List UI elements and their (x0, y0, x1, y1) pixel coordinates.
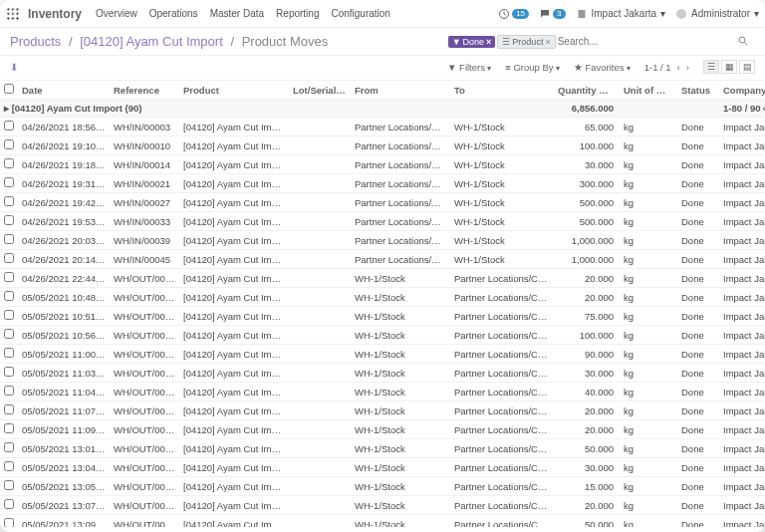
table-scroll[interactable]: Date Reference Product Lot/Serial Number… (0, 81, 765, 527)
table-row[interactable]: 04/26/2021 20:03:13WH/IN/00039[04120] Ay… (0, 231, 765, 250)
row-checkbox[interactable] (4, 196, 14, 206)
col-reference[interactable]: Reference (110, 81, 179, 100)
caret-down-icon: ▾ (660, 8, 665, 19)
control-panel: Products / [04120] Ayam Cut Import / Pro… (0, 28, 765, 56)
col-status[interactable]: Status (677, 81, 719, 100)
row-checkbox[interactable] (4, 499, 14, 509)
row-checkbox[interactable] (4, 480, 14, 490)
menu-operations[interactable]: Operations (149, 8, 198, 19)
apps-icon[interactable] (6, 7, 20, 21)
table-row[interactable]: 04/26/2021 19:10:56WH/IN/00010[04120] Ay… (0, 136, 765, 155)
table-row[interactable]: 05/05/2021 11:00:39WH/OUT/00009[04120] A… (0, 345, 765, 364)
breadcrumb-item[interactable]: [04120] Ayam Cut Import (80, 34, 223, 49)
row-checkbox[interactable] (4, 272, 14, 282)
pager-label[interactable]: 1-1 / 1 (644, 62, 671, 73)
table-row[interactable]: 04/26/2021 19:53:10WH/IN/00033[04120] Ay… (0, 212, 765, 231)
row-checkbox[interactable] (4, 310, 14, 320)
search-input[interactable] (558, 36, 618, 47)
row-checkbox[interactable] (4, 442, 14, 452)
top-menubar: Inventory Overview Operations Master Dat… (0, 0, 765, 28)
table-row[interactable]: 04/26/2021 18:56:52WH/IN/00003[04120] Ay… (0, 118, 765, 136)
export-icon[interactable]: ⬇ (10, 62, 18, 73)
col-product[interactable]: Product (179, 81, 289, 100)
main-menu: Overview Operations Master Data Reportin… (96, 8, 390, 19)
svg-point-3 (739, 37, 745, 43)
table-row[interactable]: 04/26/2021 19:18:36WH/IN/00014[04120] Ay… (0, 155, 765, 174)
col-qty[interactable]: Quantity Done (554, 81, 620, 100)
row-checkbox[interactable] (4, 215, 14, 225)
menu-overview[interactable]: Overview (96, 8, 137, 19)
menu-reporting[interactable]: Reporting (276, 8, 319, 19)
col-uom[interactable]: Unit of Measure (620, 81, 677, 100)
table-row[interactable]: 05/05/2021 11:09:17WH/OUT/00006[04120] A… (0, 420, 765, 439)
row-checkbox[interactable] (4, 348, 14, 358)
list-view-button[interactable]: ☰ (703, 60, 719, 74)
view-switcher: ☰ ▦ ▤ (703, 60, 755, 74)
caret-down-icon: ▾ (754, 8, 759, 19)
row-checkbox[interactable] (4, 234, 14, 244)
row-checkbox[interactable] (4, 177, 14, 187)
messages-button[interactable]: 3 (539, 8, 565, 20)
table-row[interactable]: 05/05/2021 13:04:25WH/OUT/00014[04120] A… (0, 458, 765, 477)
group-row[interactable]: ▸ [04120] Ayam Cut Import (90)6,856.0001… (0, 100, 765, 118)
row-checkbox[interactable] (4, 404, 14, 414)
col-company[interactable]: Company (719, 81, 765, 100)
activities-badge: 15 (512, 9, 529, 19)
row-checkbox[interactable] (4, 518, 14, 527)
pager-prev-icon[interactable]: ‹ (677, 62, 680, 73)
table-row[interactable]: 05/05/2021 10:51:40WH/OUT/00007[04120] A… (0, 307, 765, 326)
table-row[interactable]: 04/26/2021 22:44:42WH/OUT/00002[04120] A… (0, 269, 765, 288)
svg-rect-1 (578, 10, 585, 18)
search-icon[interactable] (737, 35, 755, 49)
menu-configuration[interactable]: Configuration (331, 8, 389, 19)
remove-tag-icon[interactable]: × (545, 37, 550, 47)
row-checkbox[interactable] (4, 121, 14, 131)
col-to[interactable]: To (450, 81, 554, 100)
remove-tag-icon[interactable]: × (486, 37, 491, 47)
table-row[interactable]: 05/05/2021 11:07:55WH/OUT/00005[04120] A… (0, 401, 765, 420)
row-checkbox[interactable] (4, 461, 14, 471)
row-checkbox[interactable] (4, 386, 14, 396)
row-checkbox[interactable] (4, 367, 14, 377)
row-checkbox[interactable] (4, 253, 14, 263)
col-from[interactable]: From (351, 81, 450, 100)
clock-icon (498, 8, 510, 20)
row-checkbox[interactable] (4, 291, 14, 301)
table-row[interactable]: 05/05/2021 13:07:26WH/OUT/00016[04120] A… (0, 496, 765, 515)
row-checkbox[interactable] (4, 423, 14, 433)
filters-dropdown[interactable]: ▼ Filters (447, 62, 491, 73)
moves-table: Date Reference Product Lot/Serial Number… (0, 81, 765, 527)
breadcrumb-products[interactable]: Products (10, 34, 61, 49)
pager-next-icon[interactable]: › (686, 62, 689, 73)
row-checkbox[interactable] (4, 158, 14, 168)
user-menu[interactable]: Administrator ▾ (675, 8, 759, 20)
table-row[interactable]: 05/05/2021 13:09:27WH/OUT/00017[04120] A… (0, 515, 765, 528)
col-date[interactable]: Date (18, 81, 110, 100)
table-row[interactable]: 05/05/2021 11:03:24WH/OUT/00010[04120] A… (0, 364, 765, 383)
funnel-icon: ▼ (452, 37, 461, 47)
col-lot[interactable]: Lot/Serial Number (289, 81, 351, 100)
pivot-view-button[interactable]: ▤ (739, 60, 755, 74)
table-row[interactable]: 05/05/2021 13:01:47WH/OUT/00013[04120] A… (0, 439, 765, 458)
app-name[interactable]: Inventory (28, 7, 82, 21)
menu-masterdata[interactable]: Master Data (210, 8, 264, 19)
table-row[interactable]: 05/05/2021 10:48:33WH/OUT/00003[04120] A… (0, 288, 765, 307)
filter-tag-done[interactable]: ▼ Done × (448, 36, 496, 48)
kanban-view-button[interactable]: ▦ (721, 60, 737, 74)
table-row[interactable]: 04/26/2021 19:42:09WH/IN/00027[04120] Ay… (0, 193, 765, 212)
table-row[interactable]: 05/05/2021 10:56:13WH/OUT/00008[04120] A… (0, 326, 765, 345)
row-checkbox[interactable] (4, 329, 14, 339)
table-row[interactable]: 05/05/2021 11:04:58WH/OUT/00011[04120] A… (0, 383, 765, 401)
table-row[interactable]: 05/05/2021 13:05:49WH/OUT/00015[04120] A… (0, 477, 765, 496)
groupby-dropdown[interactable]: ≡ Group By (505, 62, 560, 73)
row-checkbox[interactable] (4, 139, 14, 149)
company-label: Impact Jakarta (592, 8, 657, 19)
table-row[interactable]: 04/26/2021 19:31:51WH/IN/00021[04120] Ay… (0, 174, 765, 193)
favorites-dropdown[interactable]: ★ Favorites (574, 62, 631, 73)
select-all[interactable] (0, 81, 18, 100)
group-tag-product[interactable]: ☰ Product × (497, 35, 555, 49)
pager: 1-1 / 1 ‹ › (644, 62, 689, 73)
company-switcher[interactable]: Impact Jakarta ▾ (576, 8, 666, 20)
table-row[interactable]: 04/26/2021 20:14:30WH/IN/00045[04120] Ay… (0, 250, 765, 269)
activities-button[interactable]: 15 (498, 8, 529, 20)
